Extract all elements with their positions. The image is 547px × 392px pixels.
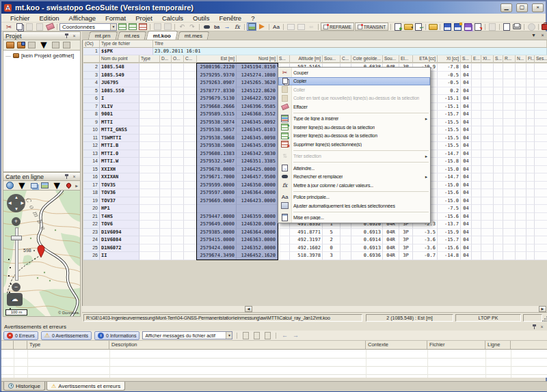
replace-icon[interactable] [212,23,222,31]
grid-cell[interactable] [237,205,278,213]
grid-cell[interactable] [472,95,481,103]
grid-cell[interactable] [172,142,184,150]
grid-cell[interactable]: 04 [461,142,472,150]
menu-affichage[interactable]: Affichage [64,14,101,23]
grid-cell[interactable] [494,197,503,206]
grid-cell[interactable] [526,166,535,174]
row-number[interactable]: 21 [83,213,100,221]
grid-cell[interactable]: -7.8 [438,64,461,72]
grid-cell[interactable]: 04R [383,236,399,244]
column-header[interactable]: Altitude [m] [290,55,323,63]
grid-cell[interactable] [139,244,160,253]
grid-cell[interactable]: -15.7 [438,236,461,244]
map-pan-control[interactable]: ▲ ▼ ◀ ▶ [7,194,25,212]
goto-line-icon[interactable] [222,23,232,31]
grid-cell[interactable] [503,229,516,237]
grid-cell[interactable] [526,244,535,253]
grid-cell[interactable] [172,205,184,213]
grid-cell[interactable]: 04 [461,72,472,80]
grid-cell[interactable] [494,64,503,72]
grid-cell[interactable]: 3P [399,229,413,237]
grid-cell[interactable] [160,103,172,111]
grid-cell[interactable]: 3P [399,252,413,260]
grid-cell[interactable]: 2579679.5130 [197,95,237,103]
import-file-icon[interactable] [414,23,423,31]
menu-edition[interactable]: Edition [35,14,64,23]
grid-cell[interactable]: MTTI_GNSS [100,126,139,135]
grid-cell[interactable]: -3.5 [413,229,438,237]
grid-cell[interactable] [472,72,481,80]
context-menu-item[interactable]: Effacer [278,102,430,111]
map-view-icon[interactable] [247,23,256,31]
grid-cell[interactable]: 2579415.0000 [197,236,237,244]
grid-cell[interactable]: 1085.548 [100,64,139,72]
grid-cell[interactable]: -15.9 [438,229,461,237]
grid-cell[interactable]: -15.0 [438,197,461,206]
grid-cell[interactable] [172,182,184,190]
grid-cell[interactable] [139,205,160,213]
grid-cell[interactable]: 2579649.0000 [197,221,237,229]
grid-cell[interactable]: II [100,252,139,260]
grid-cell[interactable] [481,166,494,174]
grid-cell[interactable] [516,205,526,213]
column-header[interactable]: D... [160,55,172,63]
grid-cell[interactable] [172,126,184,135]
row-number[interactable]: 18 [83,189,100,197]
grid-cell[interactable]: T5WMTTI [100,135,139,143]
grid-cell[interactable] [526,111,535,119]
grid-cell[interactable]: 04 [461,150,472,158]
grid-cell[interactable] [172,103,184,111]
grid-cell[interactable] [535,150,547,158]
grid-cell[interactable]: 3 [323,252,341,260]
grid-cell[interactable]: XXIXH [100,166,139,174]
grid-cell[interactable] [341,229,351,237]
tab-historique[interactable]: Historique [3,382,45,391]
grid-cell[interactable] [472,197,481,206]
grid-cell[interactable] [535,142,547,150]
open-file-icon[interactable] [403,23,413,31]
grid-cell[interactable] [172,221,184,229]
grid-cell[interactable] [516,103,526,111]
grid-cell[interactable] [481,103,494,111]
grid-cell[interactable] [172,119,184,127]
grid-cell[interactable] [472,189,481,197]
grid-cell[interactable]: 0.6913 [351,244,383,253]
context-menu-item[interactable]: Supprimer ligne(s) sélectionnée(s) [278,140,430,149]
grid-cell[interactable] [481,158,494,166]
column-header[interactable]: Ses... [535,55,547,63]
grid-cell[interactable] [535,119,547,127]
grid-cell[interactable] [526,213,535,221]
row-number[interactable]: 12 [83,142,100,150]
grid-cell[interactable]: 04 [461,126,472,135]
grid-cell[interactable]: 1246350.0000 [237,182,278,190]
grid-cell[interactable] [494,221,503,229]
grid-cell[interactable] [139,252,160,260]
grid-cell[interactable] [184,173,197,182]
grid-cell[interactable]: 04R [383,229,399,237]
grid-cell[interactable] [535,221,547,229]
grid-cell[interactable] [184,205,197,213]
grid-cell[interactable]: 518.3978 [290,252,323,260]
column-header[interactable]: Sou... [323,55,341,63]
grid-cell[interactable]: JU6795 [100,79,139,87]
grid-cell[interactable] [172,150,184,158]
grid-cell[interactable] [184,229,197,237]
grid-cell[interactable] [472,64,481,72]
close-panel-icon[interactable]: × [70,33,78,40]
column-header[interactable]: C... [341,55,351,63]
grid-cell[interactable]: 2579669.0000 [197,197,237,206]
grid-cell[interactable]: 2579447.0000 [197,213,237,221]
delete-row-icon[interactable] [138,23,148,31]
grid-cell[interactable] [472,252,481,260]
context-menu-item[interactable]: Couper [278,68,430,77]
context-menu-item[interactable]: Rechercher et remplacer► [278,173,430,182]
save-all-icon[interactable] [463,23,472,31]
grid-cell[interactable] [503,244,516,253]
grid-cell[interactable]: 2579671.7000 [197,173,237,182]
grid-cell[interactable] [481,205,494,213]
grid-cell[interactable]: TOV36 [100,189,139,197]
grid-cell[interactable] [160,87,172,96]
grid-cell[interactable] [503,103,516,111]
grid-cell[interactable]: -15.6 [438,244,461,253]
row-number[interactable]: 7 [83,103,100,111]
